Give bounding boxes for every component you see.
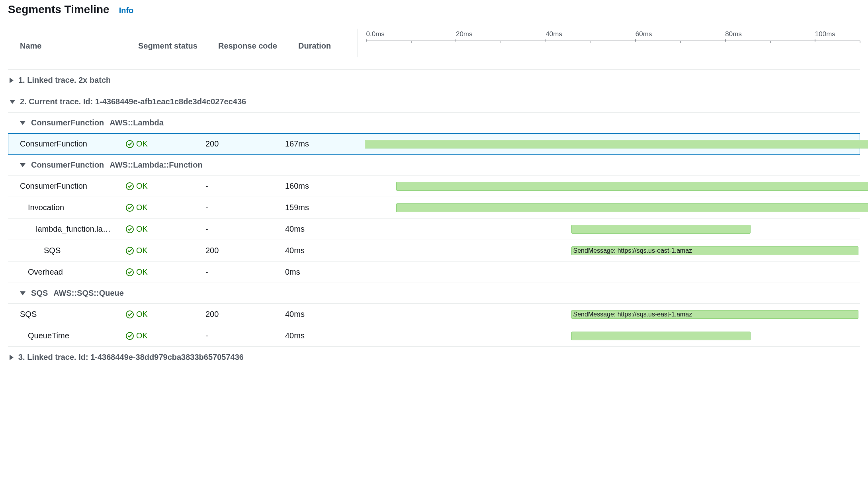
segment-name: SQS <box>8 246 126 255</box>
status-ok-icon <box>126 332 134 340</box>
info-link[interactable]: Info <box>119 6 134 15</box>
segment-status: OK <box>126 267 205 277</box>
segment-name: SQS <box>8 310 126 319</box>
segment-bar-track <box>365 139 858 149</box>
segment-duration: 40ms <box>285 246 356 255</box>
segment-name: ConsumerFunction <box>8 139 126 148</box>
segment-response-code: - <box>205 182 285 191</box>
segment-response-code: - <box>205 203 285 212</box>
segment-group-name: ConsumerFunction <box>31 160 104 170</box>
segment-status: OK <box>126 182 205 191</box>
segment-row[interactable]: QueueTimeOK-40ms <box>8 325 860 347</box>
segment-bar-track <box>365 203 858 213</box>
segment-group-row[interactable]: ConsumerFunctionAWS::Lambda::Function <box>8 155 860 176</box>
caret-down-icon[interactable] <box>20 291 25 295</box>
segment-duration: 40ms <box>285 224 356 234</box>
col-header-dur: Duration <box>286 29 357 51</box>
segment-response-code: - <box>205 331 285 340</box>
timeline-body: 1. Linked trace. 2x batch2. Current trac… <box>8 70 860 368</box>
segment-response-code: - <box>205 224 285 234</box>
trace-row[interactable]: 3. Linked trace. Id: 1-4368449e-38dd979c… <box>8 347 860 368</box>
axis-tick: 40ms <box>545 30 546 42</box>
segment-bar[interactable] <box>396 203 868 212</box>
caret-down-icon[interactable] <box>20 163 25 167</box>
segment-name: QueueTime <box>8 331 126 340</box>
segment-response-code: 200 <box>205 246 285 255</box>
segment-duration: 40ms <box>285 331 356 340</box>
segment-response-code: 200 <box>205 310 285 319</box>
axis-tick: 0.0ms <box>366 30 367 42</box>
segment-bar[interactable] <box>571 332 751 340</box>
segment-status: OK <box>126 331 205 340</box>
segment-bar[interactable]: SendMessage: https://sqs.us-east-1.amaz <box>571 246 858 255</box>
segment-response-code: 200 <box>205 139 285 148</box>
status-ok-icon <box>126 182 134 190</box>
segment-bar-track <box>365 331 858 341</box>
segment-duration: 0ms <box>285 267 356 277</box>
status-ok-icon <box>126 140 134 148</box>
segment-bar[interactable] <box>571 225 751 234</box>
segment-bar-track: SendMessage: https://sqs.us-east-1.amaz <box>365 309 858 320</box>
status-ok-icon <box>126 225 134 233</box>
segment-status: OK <box>126 310 205 319</box>
segment-duration: 160ms <box>285 182 356 191</box>
segment-group-row[interactable]: SQSAWS::SQS::Queue <box>8 283 860 304</box>
col-header-resp: Response code <box>206 29 286 51</box>
segment-row[interactable]: OverheadOK-0ms <box>8 262 860 283</box>
trace-label: 1. Linked trace. 2x batch <box>18 76 111 85</box>
axis-tick: 80ms <box>725 30 725 42</box>
segment-status: OK <box>126 246 205 255</box>
status-ok-icon <box>126 204 134 212</box>
segment-duration: 159ms <box>285 203 356 212</box>
trace-row[interactable]: 2. Current trace. Id: 1-4368449e-afb1eac… <box>8 91 860 113</box>
axis-tick: 100ms <box>815 30 815 42</box>
segment-name: Overhead <box>8 267 126 277</box>
status-ok-icon <box>126 310 134 318</box>
segment-duration: 167ms <box>285 139 356 148</box>
segment-row[interactable]: ConsumerFunctionOK-160ms <box>8 176 860 197</box>
segment-bar[interactable]: SendMessage: https://sqs.us-east-1.amaz <box>571 310 858 319</box>
trace-row[interactable]: 1. Linked trace. 2x batch <box>8 70 860 91</box>
segment-group-type: AWS::Lambda::Function <box>109 160 202 170</box>
columns-header: Name Segment status Response code Durati… <box>8 29 860 70</box>
segment-group-type: AWS::Lambda <box>109 118 164 127</box>
status-ok-icon <box>126 268 134 276</box>
segment-response-code: - <box>205 267 285 277</box>
segment-group-name: ConsumerFunction <box>31 118 104 127</box>
caret-right-icon[interactable] <box>10 78 14 83</box>
segment-row[interactable]: InvocationOK-159ms <box>8 197 860 219</box>
trace-label: 2. Current trace. Id: 1-4368449e-afb1eac… <box>20 97 246 106</box>
segment-duration: 40ms <box>285 310 356 319</box>
status-ok-icon <box>126 247 134 255</box>
col-header-status: Segment status <box>126 29 206 51</box>
segment-bar[interactable] <box>365 140 868 148</box>
segment-row[interactable]: SQSOK20040msSendMessage: https://sqs.us-… <box>8 304 860 325</box>
segment-name: ConsumerFunction <box>8 182 126 191</box>
caret-right-icon[interactable] <box>10 355 14 360</box>
segment-group-row[interactable]: ConsumerFunctionAWS::Lambda <box>8 113 860 133</box>
segment-status: OK <box>126 139 205 148</box>
segment-row[interactable]: SQSOK20040msSendMessage: https://sqs.us-… <box>8 240 860 262</box>
caret-down-icon[interactable] <box>20 121 25 125</box>
segment-status: OK <box>126 203 205 212</box>
segment-group-name: SQS <box>31 289 48 298</box>
segment-row[interactable]: lambda_function.la…OK-40ms <box>8 219 860 240</box>
trace-label: 3. Linked trace. Id: 1-4368449e-38dd979c… <box>18 353 244 362</box>
segment-group-type: AWS::SQS::Queue <box>53 289 124 298</box>
segment-name: lambda_function.la… <box>8 224 126 234</box>
segment-row[interactable]: ConsumerFunctionOK200167ms <box>8 133 860 155</box>
axis-tick: 60ms <box>635 30 636 42</box>
page-title: Segments Timeline <box>8 3 109 16</box>
col-header-name: Name <box>8 29 126 51</box>
segment-name: Invocation <box>8 203 126 212</box>
caret-down-icon[interactable] <box>10 100 15 104</box>
timeline-axis: 0.0ms20ms40ms60ms80ms100ms <box>366 30 860 46</box>
axis-tick: 20ms <box>456 30 456 42</box>
segment-bar-track: SendMessage: https://sqs.us-east-1.amaz <box>365 246 858 256</box>
segment-status: OK <box>126 224 205 234</box>
segment-bar-track <box>365 224 858 234</box>
segment-bar-track <box>365 267 858 277</box>
segment-bar-track <box>365 181 858 191</box>
segment-bar[interactable] <box>396 182 868 191</box>
